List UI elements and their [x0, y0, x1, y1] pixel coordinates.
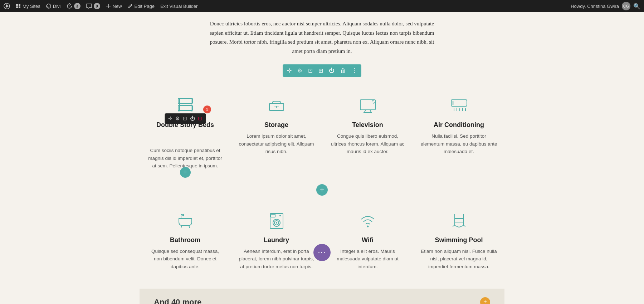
svg-point-40 [276, 222, 277, 224]
intro-text: Donec ultricies lobortis eros, nec aucto… [140, 19, 504, 56]
divi-menu[interactable]: D Divi [46, 4, 61, 9]
features-row-1: Double Story Beds ✛ ⚙ ⊡ ⏻ ⊡ 1 Cum sociis… [140, 88, 504, 181]
feature-air-conditioning: Air Conditioning Nulla facilisi. Sed por… [413, 88, 504, 181]
toolbar-delete-icon[interactable]: 🗑 [340, 68, 346, 74]
mt-copy-icon[interactable]: ⊡ [183, 116, 187, 122]
feature-storage: Storage Lorem ipsum dolor sit amet, cons… [231, 88, 322, 181]
television-desc: Congue quis libero euismod, ultrices rho… [329, 132, 406, 156]
new-button[interactable]: New [106, 4, 122, 9]
air-conditioning-title: Air Conditioning [434, 121, 484, 129]
feature-bathroom: Bathroom Quisque sed consequat massa, no… [140, 203, 231, 281]
and-more-add-button[interactable]: + [480, 297, 490, 304]
laundry-desc: Aenean interdum, erat in porta placerat,… [238, 247, 315, 271]
svg-rect-2 [16, 4, 18, 6]
svg-line-23 [370, 110, 371, 113]
swimming-pool-title: Swimming Pool [435, 236, 483, 244]
double-story-beds-desc: Cum sociis natoque penatibus et magnis d… [147, 147, 224, 170]
air-conditioning-desc: Nulla facilisi. Sed porttitor elementum … [420, 132, 497, 156]
floating-options-button[interactable]: ··· [313, 244, 331, 261]
laundry-title: Laundry [264, 236, 289, 244]
section-toolbar[interactable]: ✛ ⚙ ⊡ ⊞ ⏻ 🗑 ⋮ [283, 64, 361, 77]
mt-delete-icon[interactable]: ⊡ [198, 116, 202, 122]
mini-toolbar[interactable]: ✛ ⚙ ⊡ ⏻ ⊡ [165, 113, 206, 124]
svg-point-41 [279, 215, 281, 216]
svg-point-20 [276, 106, 277, 108]
svg-rect-4 [16, 6, 18, 8]
mt-settings-icon[interactable]: ⚙ [175, 116, 180, 122]
bathroom-title: Bathroom [170, 236, 200, 244]
notification-badge: 1 [203, 106, 211, 113]
svg-line-26 [373, 103, 375, 103]
swimming-pool-icon [448, 210, 470, 231]
toolbar-add-icon[interactable]: ✛ [287, 67, 292, 74]
topbar: My Sites D Divi 3 0 New Edit Page Exit V… [0, 0, 644, 12]
svg-rect-3 [19, 4, 20, 6]
wp-logo[interactable] [4, 3, 10, 9]
wifi-desc: Integer a elit eros. Mauris malesuada vu… [329, 247, 406, 271]
svg-rect-21 [360, 100, 375, 110]
search-icon[interactable]: 🔍 [633, 3, 640, 10]
air-conditioning-icon [448, 95, 470, 116]
svg-line-34 [181, 226, 182, 228]
svg-rect-37 [271, 214, 275, 217]
and-more-section: And 40 more + [140, 289, 504, 304]
svg-rect-33 [451, 101, 453, 105]
user-avatar[interactable]: CG [622, 2, 630, 10]
add-row-between: + [140, 184, 504, 196]
comments-count: 0 [94, 3, 100, 9]
television-title: Television [352, 121, 383, 129]
user-area: Howdy, Christina Gwira CG 🔍 [571, 2, 640, 10]
svg-point-1 [6, 5, 8, 7]
storage-desc: Lorem ipsum dolor sit amet, consectetur … [238, 132, 315, 156]
svg-line-35 [189, 226, 190, 228]
features-row-2: Bathroom Quisque sed consequat massa, no… [140, 203, 504, 281]
toolbar-settings-icon[interactable]: ⚙ [297, 67, 302, 74]
feature-laundry: Laundry Aenean interdum, erat in porta p… [231, 203, 322, 281]
svg-rect-10 [178, 98, 192, 103]
svg-point-42 [367, 225, 369, 227]
wifi-icon [357, 210, 379, 231]
storage-title: Storage [264, 121, 288, 129]
my-sites-menu[interactable]: My Sites [16, 4, 40, 9]
swimming-pool-desc: Etiam non aliquam nisl. Fusce nulla nisl… [420, 247, 497, 271]
television-icon [357, 95, 379, 116]
svg-rect-5 [19, 6, 20, 8]
updates-menu[interactable]: 3 [67, 3, 80, 9]
feature-double-story-beds: Double Story Beds ✛ ⚙ ⊡ ⏻ ⊡ 1 Cum sociis… [140, 88, 231, 181]
feature-swimming-pool: Swimming Pool Etiam non aliquam nisl. Fu… [413, 203, 504, 281]
mt-move-icon[interactable]: ✛ [168, 116, 172, 122]
and-more-title: And 40 more [154, 298, 201, 304]
toolbar-power-icon[interactable]: ⏻ [329, 68, 335, 74]
wifi-title: Wifi [362, 236, 374, 244]
toolbar-more-icon[interactable]: ⋮ [352, 67, 357, 74]
double-story-beds-icon [175, 95, 196, 116]
add-row-button[interactable]: + [316, 184, 328, 196]
add-column-button[interactable]: + [180, 167, 191, 178]
storage-icon [266, 95, 287, 116]
toolbar-copy-icon[interactable]: ⊡ [308, 67, 313, 74]
bathroom-icon [175, 210, 196, 231]
edit-page-button[interactable]: Edit Page [128, 4, 155, 9]
bathroom-desc: Quisque sed consequat massa, non bibendu… [147, 247, 224, 271]
mt-power-icon[interactable]: ⏻ [190, 116, 195, 122]
svg-rect-11 [178, 106, 192, 111]
updates-count: 3 [74, 3, 80, 9]
feature-television: Television Congue quis libero euismod, u… [322, 88, 413, 181]
comments-menu[interactable]: 0 [86, 3, 100, 9]
toolbar-grid-icon[interactable]: ⊞ [318, 67, 323, 74]
exit-vb-button[interactable]: Exit Visual Builder [160, 4, 198, 9]
svg-line-22 [364, 110, 366, 113]
feature-wifi: Wifi Integer a elit eros. Mauris malesua… [322, 203, 413, 281]
laundry-icon [266, 210, 287, 231]
svg-text:D: D [47, 5, 49, 8]
